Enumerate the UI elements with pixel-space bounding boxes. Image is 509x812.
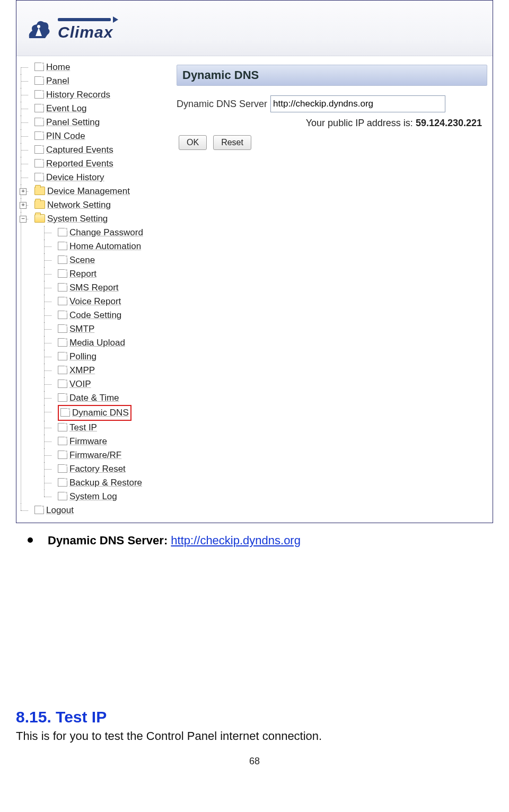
nav-code-setting[interactable]: Code Setting bbox=[44, 308, 167, 322]
file-icon bbox=[58, 423, 67, 431]
file-icon bbox=[34, 506, 44, 514]
file-icon bbox=[58, 255, 67, 264]
bullet-label: Dynamic DNS Server: bbox=[48, 534, 168, 547]
file-icon bbox=[58, 338, 67, 347]
file-icon bbox=[58, 269, 67, 278]
public-ip-value: 59.124.230.221 bbox=[416, 118, 482, 128]
ok-button[interactable]: OK bbox=[179, 135, 207, 150]
content-panel: Dynamic DNS Dynamic DNS Server Your publ… bbox=[169, 56, 493, 523]
nav-dynamic-dns[interactable]: Dynamic DNS bbox=[44, 405, 167, 421]
file-icon bbox=[58, 311, 67, 319]
nav-pin-code[interactable]: PIN Code bbox=[21, 129, 167, 143]
public-ip-label: Your public IP address is: bbox=[306, 118, 413, 128]
nav-tree: Home Panel History Records Event Log Pan… bbox=[16, 56, 169, 523]
nav-panel-setting[interactable]: Panel Setting bbox=[21, 116, 167, 129]
nav-reported-events[interactable]: Reported Events bbox=[21, 157, 167, 171]
file-icon bbox=[34, 131, 44, 140]
logo-text: Climax bbox=[58, 23, 113, 41]
file-icon bbox=[58, 352, 67, 360]
file-icon bbox=[34, 104, 44, 112]
file-icon bbox=[58, 228, 67, 236]
reset-button[interactable]: Reset bbox=[213, 135, 251, 150]
expand-icon[interactable]: + bbox=[20, 202, 27, 209]
expand-icon[interactable]: + bbox=[20, 188, 27, 195]
folder-icon bbox=[34, 200, 45, 209]
panel-title: Dynamic DNS bbox=[177, 65, 487, 86]
nav-logout[interactable]: Logout bbox=[21, 504, 167, 517]
nav-date-time[interactable]: Date & Time bbox=[44, 391, 167, 405]
file-icon bbox=[34, 90, 44, 99]
nav-voip[interactable]: VOIP bbox=[44, 377, 167, 391]
nav-smtp[interactable]: SMTP bbox=[44, 322, 167, 336]
nav-polling[interactable]: Polling bbox=[44, 350, 167, 364]
nav-panel[interactable]: Panel bbox=[21, 74, 167, 88]
nav-backup-restore[interactable]: Backup & Restore bbox=[44, 476, 167, 490]
file-icon bbox=[34, 159, 44, 167]
dns-server-label: Dynamic DNS Server bbox=[177, 99, 267, 110]
file-icon bbox=[34, 63, 44, 71]
file-icon bbox=[58, 242, 67, 250]
doc-bullet: Dynamic DNS Server: http://checkip.dyndn… bbox=[28, 533, 493, 549]
header-bar: Climax bbox=[16, 1, 493, 56]
svg-point-1 bbox=[37, 25, 40, 28]
nav-xmpp[interactable]: XMPP bbox=[44, 364, 167, 377]
logo-icon bbox=[26, 17, 51, 42]
nav-device-history[interactable]: Device History bbox=[21, 171, 167, 184]
file-icon bbox=[58, 393, 67, 402]
nav-event-log[interactable]: Event Log bbox=[21, 102, 167, 116]
nav-device-management[interactable]: + Device Management bbox=[21, 184, 167, 198]
folder-open-icon bbox=[34, 214, 45, 223]
file-icon bbox=[58, 451, 67, 459]
nav-system-log[interactable]: System Log bbox=[44, 490, 167, 504]
file-icon bbox=[58, 464, 67, 473]
file-icon bbox=[58, 478, 67, 487]
section-heading: 8.15. Test IP bbox=[16, 708, 493, 726]
file-icon bbox=[58, 297, 67, 305]
nav-scene[interactable]: Scene bbox=[44, 253, 167, 267]
nav-home[interactable]: Home bbox=[21, 60, 167, 74]
bullet-link[interactable]: http://checkip.dyndns.org bbox=[171, 534, 301, 547]
nav-history-records[interactable]: History Records bbox=[21, 88, 167, 102]
dns-server-input[interactable] bbox=[270, 95, 445, 112]
section-body: This is for you to test the Control Pane… bbox=[16, 729, 493, 743]
nav-test-ip[interactable]: Test IP bbox=[44, 421, 167, 435]
file-icon bbox=[34, 145, 44, 154]
nav-home-automation[interactable]: Home Automation bbox=[44, 240, 167, 253]
file-icon bbox=[58, 324, 67, 333]
nav-report[interactable]: Report bbox=[44, 267, 167, 281]
nav-network-setting[interactable]: + Network Setting bbox=[21, 198, 167, 212]
nav-change-password[interactable]: Change Password bbox=[44, 226, 167, 240]
file-icon bbox=[58, 283, 67, 292]
file-icon bbox=[58, 492, 67, 500]
file-icon bbox=[58, 437, 67, 445]
nav-firmware-rf[interactable]: Firmware/RF bbox=[44, 448, 167, 462]
file-icon bbox=[34, 118, 44, 126]
file-icon bbox=[58, 379, 67, 388]
folder-icon bbox=[34, 187, 45, 195]
collapse-icon[interactable]: − bbox=[20, 216, 27, 223]
nav-sms-report[interactable]: SMS Report bbox=[44, 281, 167, 295]
nav-system-setting[interactable]: − System Setting Change Password Home Au… bbox=[21, 212, 167, 504]
file-icon bbox=[60, 408, 70, 417]
bullet-icon bbox=[28, 537, 33, 543]
file-icon bbox=[58, 366, 67, 374]
nav-captured-events[interactable]: Captured Events bbox=[21, 143, 167, 157]
public-ip-line: Your public IP address is: 59.124.230.22… bbox=[177, 118, 487, 129]
nav-firmware[interactable]: Firmware bbox=[44, 435, 167, 448]
screenshot-frame: Climax Home Panel History Records Event … bbox=[16, 0, 493, 523]
page-number: 68 bbox=[16, 756, 493, 767]
file-icon bbox=[34, 173, 44, 181]
nav-media-upload[interactable]: Media Upload bbox=[44, 336, 167, 350]
file-icon bbox=[34, 76, 44, 85]
nav-voice-report[interactable]: Voice Report bbox=[44, 295, 167, 308]
nav-factory-reset[interactable]: Factory Reset bbox=[44, 462, 167, 476]
